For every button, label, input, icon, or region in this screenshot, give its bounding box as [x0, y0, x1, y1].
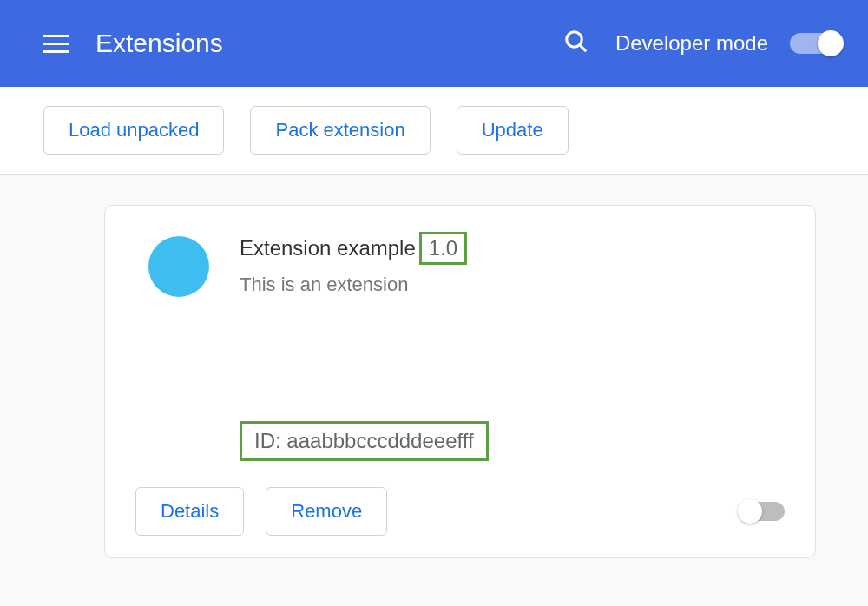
extension-id: ID: aaabbbcccdddeeefff — [240, 421, 489, 461]
svg-line-1 — [580, 45, 587, 52]
svg-point-0 — [567, 32, 582, 48]
header: Extensions Developer mode — [0, 0, 868, 87]
extension-description: This is an extension — [240, 273, 785, 296]
content-area: Extension example 1.0 This is an extensi… — [0, 175, 868, 589]
pack-extension-button[interactable]: Pack extension — [250, 106, 430, 155]
extension-version: 1.0 — [419, 232, 467, 265]
toolbar: Load unpacked Pack extension Update — [0, 87, 868, 175]
developer-mode-toggle[interactable] — [790, 33, 842, 54]
extension-name: Extension example — [240, 236, 416, 260]
extension-enable-toggle[interactable] — [740, 502, 785, 521]
load-unpacked-button[interactable]: Load unpacked — [43, 106, 224, 155]
page-title: Extensions — [95, 29, 563, 58]
extension-icon — [148, 236, 209, 297]
remove-button[interactable]: Remove — [266, 487, 387, 536]
developer-mode-label: Developer mode — [615, 31, 768, 56]
extension-card: Extension example 1.0 This is an extensi… — [104, 205, 816, 558]
search-icon[interactable] — [563, 29, 589, 58]
details-button[interactable]: Details — [135, 487, 244, 536]
update-button[interactable]: Update — [457, 106, 569, 155]
menu-icon[interactable] — [43, 35, 69, 53]
